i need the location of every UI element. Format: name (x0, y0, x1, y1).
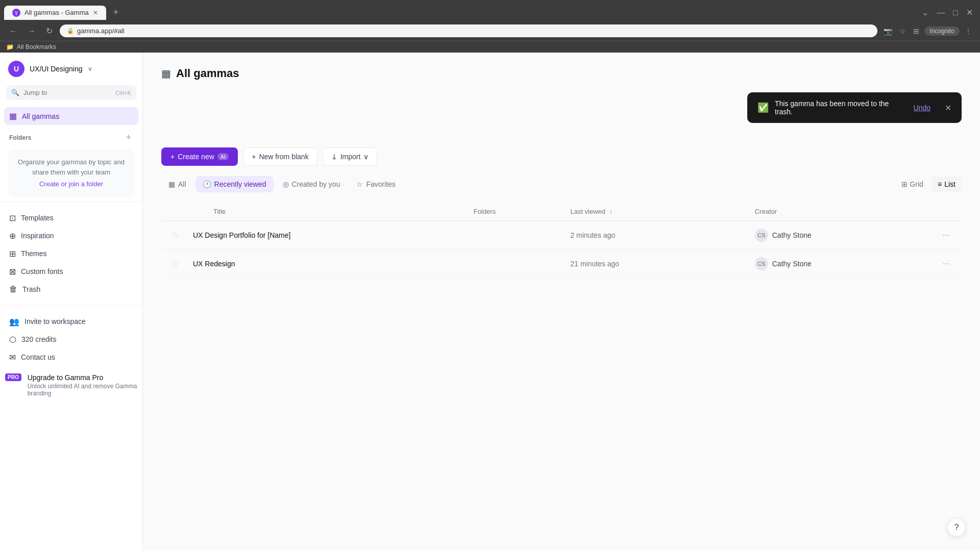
sidebar-item-label: 320 credits (21, 335, 56, 343)
import-btn[interactable]: ⤓ Import ∨ (323, 147, 378, 166)
sidebar-item-label: Themes (21, 249, 47, 258)
browser-chrome: γ All gammas - Gamma ✕ + ⌄ — □ ✕ ← → ↻ 🔒… (0, 0, 980, 53)
filter-tab-created-by-you[interactable]: ◎ Created by you (276, 176, 348, 192)
main-content: ▦ All gammas ✅ This gamma has been moved… (143, 53, 980, 551)
tab-favicon: γ (12, 9, 20, 17)
created-icon: ◎ (283, 180, 289, 188)
gammas-table: Title Folders Last viewed ↕ Creator ☆ (161, 203, 962, 278)
creator-name: Cathy Stone (772, 231, 812, 239)
sidebar-item-invite[interactable]: 👥 Invite to workspace (4, 313, 138, 331)
star-cell: ☆ (161, 249, 189, 278)
folders-cell (465, 249, 562, 278)
all-icon: ▦ (168, 180, 175, 188)
grid-view-btn[interactable]: ⊞ Grid (895, 177, 929, 192)
creator-info: CS Cathy Stone (755, 257, 922, 270)
title-label: Title (213, 208, 226, 215)
sort-icon[interactable]: ↕ (609, 208, 613, 215)
sidebar-resize-handle[interactable] (140, 53, 142, 551)
create-new-btn[interactable]: + Create new AI (161, 147, 238, 166)
table-header: Title Folders Last viewed ↕ Creator (161, 203, 962, 221)
star-icon: ☆ (356, 180, 363, 188)
new-tab-btn[interactable]: + (108, 4, 124, 21)
help-btn[interactable]: ? (947, 518, 966, 537)
folders-cell (465, 221, 562, 249)
sidebar-item-themes[interactable]: ⊞ Themes (4, 245, 138, 263)
tab-close-btn[interactable]: ✕ (93, 9, 98, 16)
incognito-label: Incognito (924, 27, 960, 36)
sidebar: U UX/UI Designing ∨ 🔍 Ctrl+K ▦ All gamma… (0, 53, 143, 551)
credits-icon: ⬡ (9, 335, 16, 344)
pro-badge: PRO (5, 373, 21, 381)
star-btn[interactable]: ☆ (169, 228, 181, 242)
filter-tabs: ▦ All 🕐 Recently viewed ◎ Created by you… (161, 176, 962, 192)
filter-tab-recently-viewed[interactable]: 🕐 Recently viewed (195, 176, 274, 192)
trash-icon: 🗑 (9, 285, 17, 294)
sidebar-item-trash[interactable]: 🗑 Trash (4, 281, 138, 298)
row-title[interactable]: UX Redesign (193, 260, 235, 268)
more-cell: ··· (930, 249, 962, 278)
filter-label: Created by you (292, 180, 340, 188)
filter-tab-favorites[interactable]: ☆ Favorites (349, 176, 403, 192)
sidebar-item-label: All gammas (22, 112, 59, 120)
sidebar-item-custom-fonts[interactable]: ⊠ Custom fonts (4, 263, 138, 281)
table-row: ☆ UX Design Portfolio for [Name] 2 minut… (161, 221, 962, 249)
sidebar-scroll: U UX/UI Designing ∨ 🔍 Ctrl+K ▦ All gamma… (0, 53, 142, 551)
creator-cell: CS Cathy Stone (747, 249, 930, 278)
close-btn[interactable]: ✕ (963, 6, 976, 19)
custom-fonts-icon: ⊠ (9, 267, 16, 277)
new-from-blank-btn[interactable]: + New from blank (243, 147, 317, 166)
camera-icon[interactable]: 📷 (881, 25, 894, 37)
sidebar-item-inspiration[interactable]: ⊕ Inspiration (4, 227, 138, 245)
star-col-header (161, 203, 189, 221)
minimize-btn[interactable]: — (934, 6, 948, 19)
toast-notification: ✅ This gamma has been moved to the trash… (747, 92, 962, 123)
menu-btn[interactable]: ⋮ (963, 25, 974, 37)
upgrade-text: Upgrade to Gamma Pro Unlock unlimited AI… (28, 373, 137, 397)
sidebar-item-credits[interactable]: ⬡ 320 credits (4, 331, 138, 348)
search-input[interactable] (23, 89, 111, 96)
toast-undo-btn[interactable]: Undo (914, 104, 930, 112)
forward-btn[interactable]: → (24, 24, 39, 38)
page-header: ▦ All gammas (161, 67, 962, 80)
maximize-btn[interactable]: □ (950, 6, 961, 19)
view-toggle: ⊞ Grid ≡ List (895, 177, 962, 192)
blank-plus-icon: + (252, 153, 256, 161)
table-body: ☆ UX Design Portfolio for [Name] 2 minut… (161, 221, 962, 278)
sidebar-extra-nav: ⊡ Templates ⊕ Inspiration ⊞ Themes ⊠ Cus… (0, 206, 142, 301)
ai-badge: AI (217, 153, 229, 160)
actions-col (930, 203, 962, 221)
search-bar[interactable]: 🔍 Ctrl+K (6, 85, 136, 100)
reload-btn[interactable]: ↻ (43, 24, 56, 38)
filter-label: Recently viewed (214, 180, 266, 188)
upgrade-banner[interactable]: PRO Upgrade to Gamma Pro Unlock unlimite… (0, 369, 142, 401)
create-folder-link[interactable]: Create or join a folder (16, 179, 126, 189)
row-more-btn[interactable]: ··· (939, 257, 953, 270)
creator-avatar: CS (755, 229, 768, 242)
toast-close-btn[interactable]: ✕ (945, 103, 951, 113)
sidebar-item-all-gammas[interactable]: ▦ All gammas (4, 107, 138, 125)
sidebar-item-contact[interactable]: ✉ Contact us (4, 348, 138, 366)
chevron-down-icon: ∨ (88, 65, 92, 72)
list-view-btn[interactable]: ≡ List (932, 177, 962, 192)
address-text: gamma.app/#all (77, 27, 125, 35)
tab-list-btn[interactable]: ⌄ (919, 6, 932, 19)
back-btn[interactable]: ← (6, 24, 20, 38)
add-folder-btn[interactable]: + (124, 132, 133, 143)
row-more-btn[interactable]: ··· (939, 229, 953, 242)
sidebar-item-label: Custom fonts (21, 267, 63, 276)
extensions-icon[interactable]: ⊞ (911, 25, 921, 37)
last-viewed-col-header[interactable]: Last viewed ↕ (562, 203, 726, 221)
star-btn[interactable]: ☆ (169, 257, 181, 270)
sidebar-header: U UX/UI Designing ∨ (0, 53, 142, 81)
creator-info: CS Cathy Stone (755, 229, 922, 242)
import-icon: ⤓ (331, 153, 337, 161)
address-bar[interactable]: 🔒 gamma.app/#all (60, 24, 877, 37)
browser-tabs: γ All gammas - Gamma ✕ + ⌄ — □ ✕ (0, 0, 980, 21)
filter-tab-all[interactable]: ▦ All (161, 176, 193, 192)
sidebar-item-label: Inspiration (21, 232, 54, 240)
sidebar-item-templates[interactable]: ⊡ Templates (4, 209, 138, 227)
user-info[interactable]: U UX/UI Designing ∨ (8, 61, 92, 77)
active-tab[interactable]: γ All gammas - Gamma ✕ (4, 6, 106, 20)
row-title[interactable]: UX Design Portfolio for [Name] (193, 231, 290, 239)
bookmark-star-icon[interactable]: ☆ (897, 25, 908, 37)
